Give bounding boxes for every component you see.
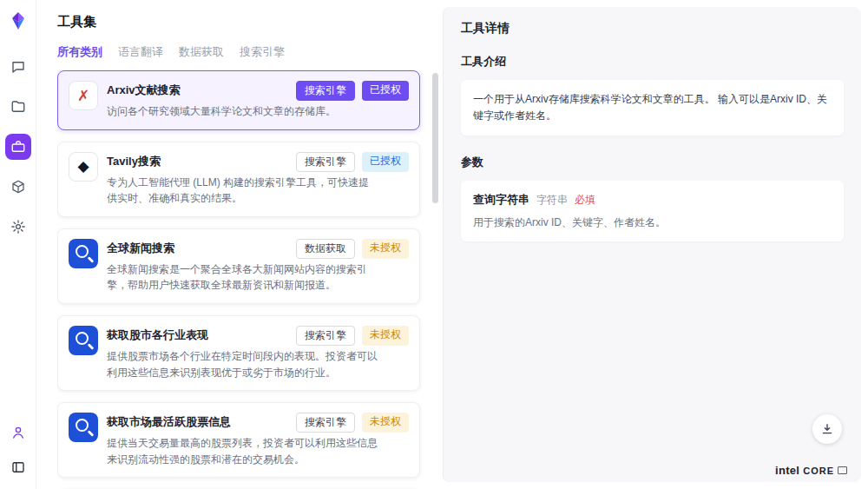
- folder-icon[interactable]: [5, 94, 31, 120]
- category-badge: 搜索引擎: [296, 81, 355, 101]
- category-badge: 数据获取: [296, 239, 355, 259]
- arxiv-icon: ✗: [69, 81, 98, 110]
- tool-detail-panel: 工具详情 工具介绍 一个用于从Arxiv存储库搜索科学论文和文章的工具。 输入可…: [443, 7, 861, 482]
- intro-section-title: 工具介绍: [461, 54, 844, 69]
- tool-desc: 全球新闻搜索是一个聚合全球各大新闻网站内容的搜索引擎，帮助用户快速获取全球最新资…: [107, 261, 378, 294]
- param-card: 查询字符串 字符串 必填 用于搜索的Arxiv ID、关键字、作者姓名。: [461, 181, 844, 241]
- sidebar: [0, 0, 36, 489]
- tool-collection-panel: 工具集 所有类别语言翻译数据获取搜索引擎 ✗ Arxiv文献搜索 访问各个研究领…: [36, 0, 443, 489]
- intel-wordmark: intel: [775, 464, 799, 477]
- intel-core-logo: intel CORE: [775, 464, 847, 477]
- active-stocks-icon: [69, 413, 98, 442]
- user-icon[interactable]: [5, 420, 31, 446]
- settings-gear-icon[interactable]: [5, 214, 31, 240]
- param-type: 字符串: [536, 193, 568, 208]
- auth-status-badge: 未授权: [362, 413, 409, 433]
- chip-badge-box: [838, 466, 847, 474]
- auth-status-badge: 未授权: [362, 239, 409, 259]
- param-required-badge: 必填: [575, 193, 595, 208]
- params-section-title: 参数: [461, 155, 844, 170]
- tab-search[interactable]: 搜索引擎: [240, 44, 285, 60]
- core-wordmark: CORE: [803, 466, 834, 476]
- download-icon: [820, 422, 834, 436]
- scrollbar-thumb[interactable]: [432, 73, 438, 203]
- app-window: 工具集 所有类别语言翻译数据获取搜索引擎 ✗ Arxiv文献搜索 访问各个研究领…: [0, 0, 868, 489]
- tab-data[interactable]: 数据获取: [179, 44, 224, 60]
- chat-icon[interactable]: [5, 54, 31, 80]
- param-name: 查询字符串: [473, 192, 529, 208]
- tab-translate[interactable]: 语言翻译: [118, 44, 163, 60]
- category-badge: 搜索引擎: [296, 413, 355, 433]
- category-tabs: 所有类别语言翻译数据获取搜索引擎: [57, 44, 429, 60]
- tavily-icon: ◆: [69, 152, 98, 182]
- cube-icon[interactable]: [5, 174, 31, 200]
- intro-card: 一个用于从Arxiv存储库搜索科学论文和文章的工具。 输入可以是Arxiv ID…: [461, 80, 844, 135]
- tool-card[interactable]: ◆ Tavily搜索 专为人工智能代理 (LLM) 构建的搜索引擎工具，可快速提…: [57, 142, 420, 217]
- category-badge: 搜索引擎: [296, 152, 355, 172]
- side-panel-icon[interactable]: [5, 454, 31, 480]
- tool-icon-glyph: ✗: [77, 87, 89, 105]
- tool-desc: 专为人工智能代理 (LLM) 构建的搜索引擎工具，可快速提供实时、准确和真实的结…: [107, 175, 378, 207]
- intro-text: 一个用于从Arxiv存储库搜索科学论文和文章的工具。 输入可以是Arxiv ID…: [473, 91, 832, 124]
- param-desc: 用于搜索的Arxiv ID、关键字、作者姓名。: [473, 215, 832, 230]
- download-button[interactable]: [812, 414, 842, 444]
- sector-performance-icon: [69, 326, 98, 355]
- global-news-search-icon: [69, 239, 98, 268]
- tool-card[interactable]: 获取市场最活跃股票信息 提供当天交易量最高的股票列表，投资者可以利用这些信息来识…: [57, 402, 420, 478]
- tool-card[interactable]: 获取股市各行业表现 提供股票市场各个行业在特定时间段内的表现。投资者可以利用这些…: [57, 315, 420, 391]
- auth-status-badge: 已授权: [362, 152, 409, 172]
- page-title: 工具集: [57, 14, 429, 30]
- auth-status-badge: 未授权: [362, 326, 409, 346]
- tool-list: ✗ Arxiv文献搜索 访问各个研究领域大量科学论文和文章的存储库。 搜索引擎 …: [57, 70, 429, 489]
- app-logo: [8, 10, 29, 31]
- detail-title: 工具详情: [461, 21, 844, 36]
- tool-card[interactable]: ✗ Arxiv文献搜索 访问各个研究领域大量科学论文和文章的存储库。 搜索引擎 …: [57, 70, 420, 130]
- tool-desc: 访问各个研究领域大量科学论文和文章的存储库。: [107, 103, 378, 120]
- tool-card[interactable]: 全球新闻搜索 全球新闻搜索是一个聚合全球各大新闻网站内容的搜索引擎，帮助用户快速…: [57, 228, 420, 304]
- tool-icon-glyph: ◆: [77, 157, 89, 175]
- tool-desc: 提供当天交易量最高的股票列表，投资者可以利用这些信息来识别流动性强的股票和潜在的…: [107, 435, 378, 467]
- tool-desc: 提供股票市场各个行业在特定时间段内的表现。投资者可以利用这些信息来识别表现优于或…: [107, 348, 378, 380]
- toolbox-icon[interactable]: [5, 134, 31, 160]
- auth-status-badge: 已授权: [362, 81, 409, 101]
- category-badge: 搜索引擎: [296, 326, 355, 346]
- tab-all[interactable]: 所有类别: [57, 44, 102, 60]
